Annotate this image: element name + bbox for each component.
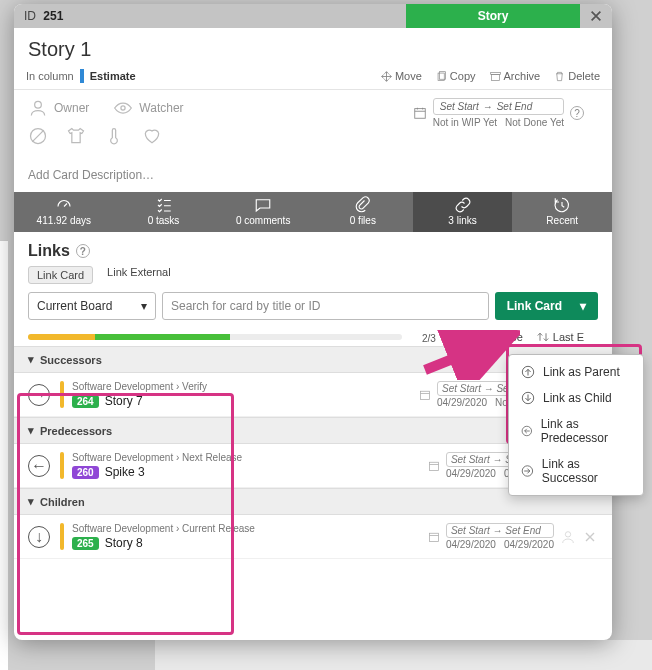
svg-rect-8 — [415, 109, 426, 119]
svg-rect-14 — [429, 533, 438, 541]
close-button[interactable] — [580, 4, 612, 28]
svg-line-9 — [64, 204, 67, 207]
list-item[interactable]: ↓ Software Development › Current Release… — [14, 515, 612, 559]
breadcrumb: Software Development › Verify — [72, 381, 207, 392]
tab-recent[interactable]: Recent — [512, 192, 612, 232]
shirt-icon[interactable] — [66, 126, 86, 146]
thermometer-icon[interactable] — [104, 126, 124, 146]
link-mode-card[interactable]: Link Card — [28, 266, 93, 284]
progress-bar — [28, 334, 402, 340]
linked-card-title: Spike 3 — [105, 465, 145, 479]
heart-icon[interactable] — [142, 126, 162, 146]
card-modal: ID 251 Story Story 1 In column Estimate … — [14, 4, 612, 640]
assign-icon[interactable] — [560, 529, 576, 545]
menu-link-parent[interactable]: Link as Parent — [509, 359, 643, 385]
svg-rect-3 — [490, 72, 500, 74]
wip-status: Not in WIP Yet — [433, 117, 497, 128]
card-type-badge: Story — [406, 4, 580, 28]
svg-point-5 — [121, 106, 125, 110]
chevron-down-icon: ▾ — [28, 495, 34, 508]
breadcrumb: Software Development › Next Release — [72, 452, 242, 463]
menu-link-child[interactable]: Link as Child — [509, 385, 643, 411]
svg-line-7 — [32, 130, 44, 142]
calendar-icon — [428, 531, 440, 543]
chevron-down-icon: ▾ — [141, 299, 147, 313]
card-id-badge: 265 — [72, 537, 99, 550]
arrow-right-icon: → — [28, 384, 50, 406]
person-icon — [28, 98, 48, 118]
links-section-title: Links? — [14, 232, 612, 266]
move-action[interactable]: Move — [381, 70, 422, 82]
done-status: Not Done Yet — [505, 117, 564, 128]
link-card-button[interactable]: Link Card ▾ — [495, 292, 598, 320]
delete-action[interactable]: Delete — [554, 70, 600, 82]
search-input[interactable]: Search for card by title or ID — [162, 292, 489, 320]
linked-card-title: Story 8 — [105, 536, 143, 550]
tab-comments[interactable]: 0 comments — [213, 192, 313, 232]
chevron-down-icon: ▾ — [28, 353, 34, 366]
copy-action[interactable]: Copy — [436, 70, 476, 82]
link-mode-external[interactable]: Link External — [107, 266, 171, 284]
column-indicator: In column Estimate — [26, 69, 136, 83]
date-range[interactable]: Set Start→Set End — [433, 98, 564, 115]
description-field[interactable]: Add Card Description… — [14, 158, 612, 192]
sort-last-edit[interactable]: Last E — [537, 331, 584, 343]
owner-field[interactable]: Owner — [28, 98, 89, 118]
svg-rect-10 — [421, 391, 430, 399]
card-title[interactable]: Story 1 — [14, 28, 612, 67]
breadcrumb: Software Development › Current Release — [72, 523, 255, 534]
archive-action[interactable]: Archive — [490, 70, 541, 82]
chevron-down-icon: ▾ — [28, 424, 34, 437]
calendar-icon[interactable] — [413, 106, 427, 120]
eye-icon — [113, 98, 133, 118]
menu-link-successor[interactable]: Link as Successor — [509, 451, 643, 491]
link-type-dropdown: Link as Parent Link as Child Link as Pre… — [508, 354, 644, 496]
arrow-down-icon: ↓ — [28, 526, 50, 548]
help-icon[interactable]: ? — [570, 106, 584, 120]
arrow-left-icon: ← — [28, 455, 50, 477]
unlink-icon[interactable] — [582, 529, 598, 545]
help-icon[interactable]: ? — [76, 244, 90, 258]
watcher-field[interactable]: Watcher — [113, 98, 183, 118]
tab-tasks[interactable]: 0 tasks — [114, 192, 214, 232]
menu-link-predecessor[interactable]: Link as Predecessor — [509, 411, 643, 451]
block-icon[interactable] — [28, 126, 48, 146]
card-id: ID 251 — [14, 4, 406, 28]
svg-line-16 — [425, 338, 505, 370]
svg-rect-12 — [429, 462, 438, 470]
annotation-arrow — [420, 330, 520, 380]
svg-rect-2 — [491, 74, 499, 80]
card-id-badge: 260 — [72, 466, 99, 479]
card-id-badge: 264 — [72, 395, 99, 408]
linked-card-title: Story 7 — [105, 394, 143, 408]
tab-files[interactable]: 0 files — [313, 192, 413, 232]
chevron-down-icon: ▾ — [580, 299, 586, 313]
calendar-icon — [419, 389, 431, 401]
board-select[interactable]: Current Board ▾ — [28, 292, 156, 320]
svg-point-4 — [35, 101, 42, 108]
svg-point-15 — [565, 531, 570, 536]
calendar-icon — [428, 460, 440, 472]
tab-cycle[interactable]: 411.92 days — [14, 192, 114, 232]
tab-links[interactable]: 3 links — [413, 192, 513, 232]
